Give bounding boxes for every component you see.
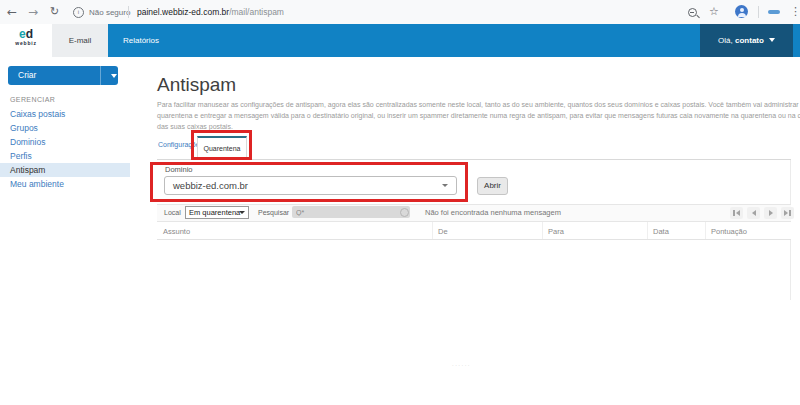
browser-toolbar: ← → ↻ i Não seguro painel.webbiz-ed.com.… [0, 0, 800, 25]
pagination-next-icon[interactable] [764, 207, 777, 219]
column-header-assunto[interactable]: Assunto [163, 227, 190, 236]
extension-icon[interactable] [768, 10, 780, 14]
address-bar[interactable]: painel.webbiz-ed.com.br/mail/antispam [137, 7, 284, 17]
loading-dots: ...... [452, 361, 471, 367]
local-select[interactable]: Em quarentena [185, 206, 249, 219]
toolbar-separator [758, 6, 759, 18]
sidebar-section-label: GERENCIAR [10, 96, 55, 103]
back-icon[interactable]: ← [7, 0, 17, 24]
column-divider [542, 222, 543, 239]
search-input[interactable] [292, 206, 410, 218]
bookmark-star-icon[interactable]: ☆ [709, 0, 719, 24]
column-header-de[interactable]: De [438, 227, 448, 236]
search-label: Pesquisar [258, 209, 289, 216]
user-menu[interactable]: Olá, contato [700, 24, 793, 57]
not-secure-label: Não seguro [89, 8, 130, 17]
create-button[interactable]: Criar [8, 66, 118, 85]
webbiz-logo[interactable]: ed webbiz [0, 24, 52, 57]
pagination-last-icon[interactable] [781, 207, 794, 219]
app-navbar: ed webbiz E-mail Relatórios Olá, contato [0, 24, 800, 57]
column-header-pontuacao[interactable]: Pontuação [711, 227, 747, 236]
page: ← → ↻ i Não seguro painel.webbiz-ed.com.… [0, 0, 800, 405]
chevron-down-icon [111, 74, 117, 78]
column-divider [705, 222, 706, 239]
sidebar-item-grupos[interactable]: Grupos [0, 121, 130, 135]
column-header-data[interactable]: Data [653, 227, 669, 236]
url-host: painel.webbiz-ed.com.br [137, 7, 229, 17]
user-greeting: Olá, [718, 36, 735, 45]
sidebar-item-perfis[interactable]: Perfis [0, 149, 130, 163]
annotation-box-domain [150, 162, 468, 202]
description-line: das suas caixas postais. [157, 123, 233, 130]
pagination [730, 207, 794, 219]
url-separator [128, 6, 129, 18]
chevron-down-icon [769, 38, 775, 42]
create-button-label: Criar [18, 66, 36, 85]
info-icon[interactable]: i [73, 7, 84, 18]
page-title: Antispam [157, 74, 236, 96]
sidebar-item-antispam[interactable]: Antispam [0, 163, 130, 177]
search-clear-icon[interactable] [400, 208, 409, 217]
local-select-value: Em quarentena [189, 207, 240, 218]
local-label: Local [164, 209, 181, 216]
column-divider [432, 222, 433, 239]
sidebar-item-meu-ambiente[interactable]: Meu ambiente [0, 177, 130, 191]
browser-profile-avatar[interactable] [735, 5, 748, 18]
open-button[interactable]: Abrir [477, 177, 508, 195]
chevron-down-icon [239, 211, 245, 214]
user-name: contato [735, 36, 764, 45]
annotation-box-quarantine-tab [191, 130, 252, 160]
nav-tab-email[interactable]: E-mail [52, 24, 108, 57]
zoom-icon[interactable] [688, 8, 697, 17]
sidebar-item-caixas-postais[interactable]: Caixas postais [0, 107, 130, 121]
sidebar-item-dominios[interactable]: Dominios [0, 135, 130, 149]
logo-wordmark: webbiz [0, 40, 52, 46]
pagination-first-icon[interactable] [730, 207, 743, 219]
logo-mark: ed [0, 28, 52, 40]
description-line: quarentena e entregar a mensagem válida … [157, 112, 800, 119]
table-header-row: Assunto De Para Data Pontuação [157, 222, 791, 240]
reload-icon[interactable]: ↻ [50, 0, 59, 24]
kebab-menu-icon[interactable]: ⋮ [790, 0, 800, 24]
create-dropdown-toggle[interactable] [100, 66, 118, 85]
pagination-prev-icon[interactable] [747, 207, 760, 219]
url-path: /mail/antispam [229, 7, 284, 17]
empty-message: Não foi encontrada nenhuma mensagem [425, 208, 561, 217]
column-divider [647, 222, 648, 239]
forward-icon[interactable]: → [28, 0, 38, 24]
description-line: Para facilitar manusear as configurações… [157, 101, 800, 108]
column-header-para[interactable]: Para [548, 227, 564, 236]
nav-tab-reports[interactable]: Relatórios [108, 24, 174, 57]
